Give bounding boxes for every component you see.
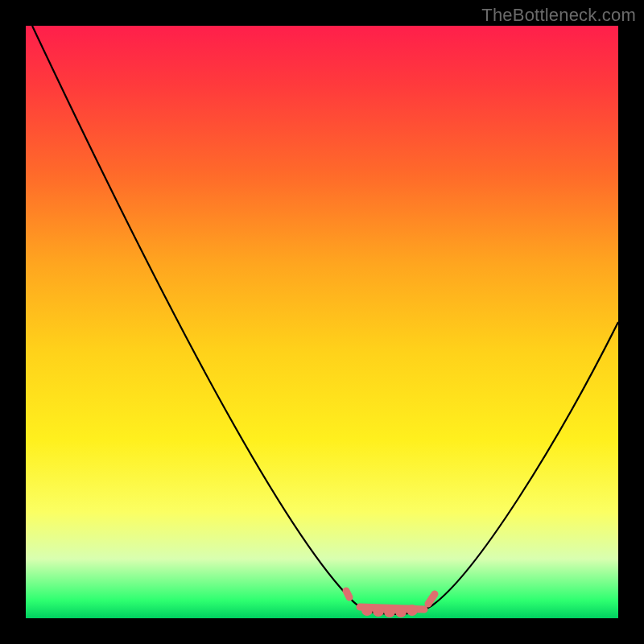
svg-point-3 xyxy=(365,609,369,613)
svg-line-2 xyxy=(428,594,435,604)
plot-area xyxy=(26,26,618,618)
bottleneck-curve xyxy=(32,26,618,614)
optimal-band-marker xyxy=(346,591,435,614)
watermark-text: TheBottleneck.com xyxy=(481,5,636,26)
svg-point-4 xyxy=(377,609,381,613)
svg-point-6 xyxy=(399,610,403,614)
curve-layer xyxy=(26,26,618,618)
svg-line-0 xyxy=(346,591,349,597)
svg-point-7 xyxy=(411,609,415,613)
chart-frame: TheBottleneck.com xyxy=(0,0,644,644)
svg-point-5 xyxy=(388,610,392,614)
